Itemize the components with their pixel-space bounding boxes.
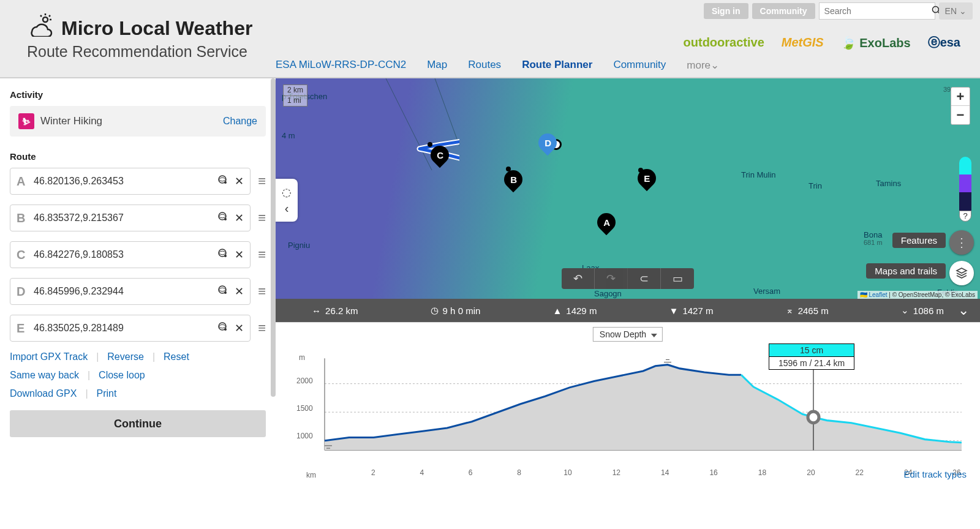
winter-hiking-icon: ⛷ bbox=[18, 113, 34, 129]
marker-e[interactable]: E bbox=[638, 169, 656, 192]
x-ticks: 2468101214161820222426 bbox=[325, 468, 962, 479]
clear-waypoint-button[interactable]: ✕ bbox=[235, 285, 244, 298]
language-label: EN bbox=[945, 6, 957, 16]
nav-project[interactable]: ESA MiLoW-RRS-DP-CCN2 bbox=[276, 59, 406, 71]
target-icon: ◌ bbox=[282, 186, 292, 199]
language-select[interactable]: EN ⌄ bbox=[939, 2, 973, 20]
features-menu-button[interactable]: ⋮ bbox=[949, 230, 974, 255]
geolocate-icon[interactable] bbox=[217, 321, 228, 336]
clear-waypoint-button[interactable]: ✕ bbox=[235, 211, 244, 225]
svg-point-10 bbox=[224, 218, 227, 220]
nav-routes[interactable]: Routes bbox=[468, 59, 501, 71]
marker-a[interactable]: A bbox=[597, 213, 616, 236]
reset-link[interactable]: Reset bbox=[164, 351, 189, 362]
stat-max: 2465 m bbox=[798, 306, 829, 316]
map-toolbar: ↶ ↷ ⊂ ▭ bbox=[562, 268, 694, 289]
collapse-sidebar-button[interactable]: ◌ ‹ bbox=[276, 179, 298, 222]
clock-icon: ◷ bbox=[431, 305, 439, 316]
legend-help-button[interactable]: ? bbox=[959, 211, 971, 222]
header: Sign in Community EN ⌄ Micro Local Weath… bbox=[0, 0, 980, 78]
drag-handle-icon[interactable]: ≡ bbox=[258, 320, 266, 336]
elevation-metric-select[interactable]: Snow Depth bbox=[593, 327, 663, 342]
top-bar: Sign in Community EN ⌄ bbox=[704, 2, 973, 20]
community-button[interactable]: Community bbox=[752, 3, 815, 19]
bbox-button[interactable]: ▭ bbox=[661, 268, 694, 289]
map-attribution: 🇺🇦 Leaflet | © OpenStreetMap, © ExoLabs bbox=[858, 291, 978, 299]
edit-track-types-link[interactable]: Edit track types bbox=[903, 469, 967, 479]
elevation-chart[interactable]: m 2000 1500 1000 2468101214161820222426 … bbox=[300, 352, 962, 466]
stat-distance: 26.2 km bbox=[325, 306, 358, 316]
svg-point-14 bbox=[224, 291, 227, 294]
snap-button[interactable]: ⊂ bbox=[628, 268, 661, 289]
marker-b[interactable]: B bbox=[504, 170, 522, 193]
svg-point-8 bbox=[224, 181, 227, 184]
print-link[interactable]: Print bbox=[97, 388, 117, 399]
zoom-out-button[interactable]: − bbox=[951, 106, 970, 124]
clear-waypoint-button[interactable]: ✕ bbox=[235, 174, 244, 188]
redo-button[interactable]: ↷ bbox=[595, 268, 628, 289]
distance-icon: ↔ bbox=[312, 306, 321, 316]
drag-handle-icon[interactable]: ≡ bbox=[258, 247, 266, 263]
leaflet-link[interactable]: Leaflet bbox=[869, 291, 887, 298]
features-button[interactable]: Features bbox=[892, 233, 946, 248]
cursor-pos: 1596 m / 21.4 km bbox=[769, 357, 854, 369]
geolocate-icon[interactable] bbox=[217, 174, 228, 189]
marker-c[interactable]: C bbox=[431, 146, 449, 169]
map-view[interactable]: Trin Mulin Trin Tamins Versam Sagogn Laa… bbox=[276, 78, 980, 322]
stat-descent: 1427 m bbox=[682, 306, 713, 316]
cursor-snow: 15 cm bbox=[769, 344, 854, 357]
map-legend[interactable] bbox=[959, 157, 971, 211]
zoom-control: + − bbox=[951, 87, 970, 125]
waypoint-input[interactable]: B 46.835372,9.215367 ✕ bbox=[10, 204, 251, 231]
min-icon: ⌄ bbox=[901, 305, 909, 316]
x-unit: km bbox=[306, 471, 316, 479]
marker-d[interactable]: D bbox=[538, 133, 557, 157]
waypoint-letter: D bbox=[17, 285, 28, 299]
geolocate-icon[interactable] bbox=[217, 285, 228, 299]
waypoint-coords: 46.835025,9.281489 bbox=[34, 323, 211, 334]
clear-waypoint-button[interactable]: ✕ bbox=[235, 321, 244, 335]
route-heading: Route bbox=[10, 151, 266, 162]
search-box[interactable] bbox=[819, 2, 935, 20]
layers-button[interactable] bbox=[949, 261, 974, 285]
scrollbar[interactable] bbox=[271, 78, 276, 397]
waypoint-row: A 46.820136,9.263453 ✕ ≡ bbox=[10, 168, 266, 195]
drag-handle-icon[interactable]: ≡ bbox=[258, 283, 266, 299]
drag-handle-icon[interactable]: ≡ bbox=[258, 173, 266, 189]
waypoint-input[interactable]: E 46.835025,9.281489 ✕ bbox=[10, 315, 251, 342]
search-input[interactable] bbox=[824, 6, 932, 16]
same-way-back-link[interactable]: Same way back bbox=[10, 370, 79, 381]
nav-map[interactable]: Map bbox=[427, 59, 447, 71]
continue-button[interactable]: Continue bbox=[10, 410, 266, 437]
collapse-elev-button[interactable]: ⌄ bbox=[958, 302, 969, 318]
geolocate-icon[interactable] bbox=[217, 248, 228, 262]
change-activity-link[interactable]: Change bbox=[223, 116, 257, 127]
undo-button[interactable]: ↶ bbox=[562, 268, 595, 289]
waypoint-input[interactable]: C 46.842276,9.180853 ✕ bbox=[10, 241, 251, 268]
geolocate-icon[interactable] bbox=[217, 211, 228, 225]
drag-handle-icon[interactable]: ≡ bbox=[258, 210, 266, 226]
clear-waypoint-button[interactable]: ✕ bbox=[235, 248, 244, 261]
svg-point-33 bbox=[808, 411, 819, 423]
partner-esa: ⓔesa bbox=[928, 34, 960, 51]
activity-heading: Activity bbox=[10, 89, 266, 100]
waypoint-input[interactable]: D 46.845996,9.232944 ✕ bbox=[10, 278, 251, 305]
import-gpx-link[interactable]: Import GPX Track bbox=[10, 351, 88, 362]
sign-in-button[interactable]: Sign in bbox=[704, 3, 748, 19]
maps-trails-button[interactable]: Maps and trails bbox=[866, 263, 946, 279]
reverse-link[interactable]: Reverse bbox=[107, 351, 144, 362]
waypoint-coords: 46.842276,9.180853 bbox=[34, 249, 211, 260]
stat-bar: ↔26.2 km ◷9 h 0 min ▲1429 m ▼1427 m ⌅246… bbox=[276, 299, 980, 322]
waypoint-row: E 46.835025,9.281489 ✕ ≡ bbox=[10, 315, 266, 342]
nav-community[interactable]: Community bbox=[613, 59, 666, 71]
waypoint-input[interactable]: A 46.820136,9.263453 ✕ bbox=[10, 168, 251, 195]
zoom-in-button[interactable]: + bbox=[951, 88, 970, 106]
download-gpx-link[interactable]: Download GPX bbox=[10, 388, 77, 399]
waypoint-row: D 46.845996,9.232944 ✕ ≡ bbox=[10, 278, 266, 305]
elevation-cursor-tooltip: 15 cm 1596 m / 21.4 km bbox=[769, 343, 854, 370]
chevron-left-icon: ‹ bbox=[285, 201, 289, 216]
partner-outdooractive: outdooractive bbox=[684, 36, 764, 50]
nav-route-planner[interactable]: Route Planner bbox=[522, 59, 592, 71]
close-loop-link[interactable]: Close loop bbox=[99, 370, 145, 381]
nav-more[interactable]: more⌄ bbox=[687, 59, 719, 72]
